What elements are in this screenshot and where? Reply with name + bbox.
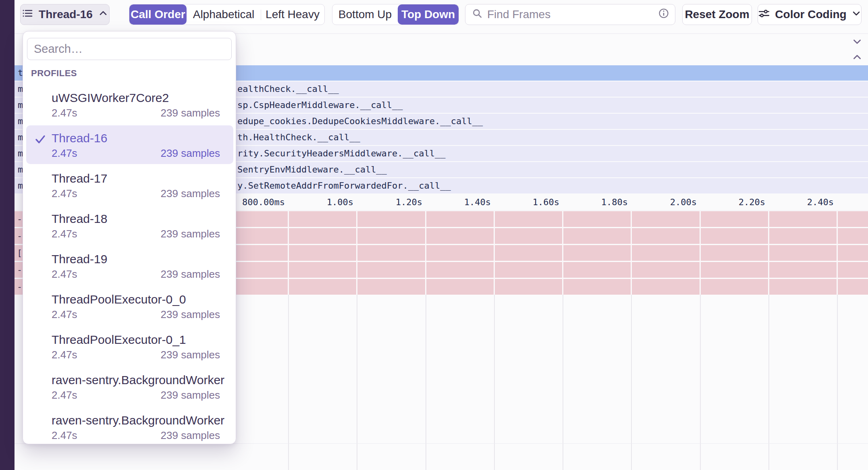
profile-stats: 2.47s239 samples [52, 228, 220, 240]
toolbar: Thread-16 Call OrderAlphabeticalLeft Hea… [15, 0, 868, 34]
reset-zoom-label: Reset Zoom [685, 8, 749, 21]
axis-tick-label: 1.60s [533, 194, 559, 210]
profile-duration: 2.47s [52, 389, 77, 401]
axis-tick-label: 800.00ms [242, 194, 285, 210]
profile-name: ThreadPoolExecutor-0_1 [52, 333, 221, 347]
profile-duration: 2.47s [52, 228, 77, 240]
axis-tick-label: 1.00s [327, 194, 353, 210]
profile-samples: 239 samples [161, 268, 220, 280]
search-icon [472, 8, 482, 21]
tab-alphabetical[interactable]: Alphabetical [187, 4, 261, 25]
time-gridline [288, 211, 289, 295]
profile-name: Thread-17 [52, 171, 221, 186]
profile-samples: 239 samples [161, 147, 220, 159]
profiles-section-label: PROFILES [31, 68, 77, 79]
tab-bottom-up[interactable]: Bottom Up [332, 4, 398, 25]
info-icon[interactable] [658, 8, 669, 22]
tab-label: Bottom Up [338, 8, 392, 21]
frame-text: y.SetRemoteAddrFromForwardedFor.__call__ [237, 178, 451, 193]
tab-label: Left Heavy [266, 8, 320, 21]
profile-duration: 2.47s [52, 107, 77, 119]
find-frames-box [465, 4, 675, 25]
profile-stats: 2.47s239 samples [52, 268, 220, 280]
profile-duration: 2.47s [52, 187, 77, 200]
frame-text-fragment: - [17, 262, 22, 278]
chevron-down-icon [851, 8, 861, 21]
list-icon [22, 8, 33, 22]
thread-selector-label: Thread-16 [39, 8, 93, 21]
profile-stats: 2.47s239 samples [52, 308, 220, 320]
frame-text-fragment: - [17, 211, 22, 227]
frame-text: sp.CspHeaderMiddleware.__call__ [237, 98, 403, 113]
frame-text: rity.SecurityHeadersMiddleware.__call__ [237, 146, 446, 161]
frame-text: ealthCheck.__call__ [237, 81, 339, 97]
profile-duration: 2.47s [52, 429, 77, 441]
frame-text: edupe_cookies.DedupeCookiesMiddleware.__… [237, 114, 483, 129]
profiler-app: t mealthCheck.__call__msp.CspHeaderMiddl… [0, 0, 868, 470]
time-gridline [837, 211, 838, 295]
color-coding-button[interactable]: Color Coding [758, 4, 862, 25]
profile-name: ThreadPoolExecutor-0_0 [52, 292, 221, 307]
profile-duration: 2.47s [52, 268, 77, 280]
direction-tabs: Bottom UpTop Down [332, 4, 459, 25]
axis-tick-label: 2.00s [670, 194, 697, 210]
profile-name: raven-sentry.BackgroundWorker [52, 413, 221, 428]
tab-label: Alphabetical [193, 8, 255, 21]
time-gridline [494, 211, 495, 295]
tab-top-down[interactable]: Top Down [398, 4, 459, 25]
frame-text: th.HealthCheck.__call__ [237, 130, 360, 145]
profile-duration: 2.47s [52, 308, 77, 320]
axis-tick-label: 1.40s [464, 194, 491, 210]
profile-samples: 239 samples [161, 228, 220, 240]
sliders-icon [758, 7, 770, 22]
profile-samples: 239 samples [161, 389, 220, 401]
frame-text-fragment: [ [17, 245, 22, 261]
profile-stats: 2.47s239 samples [52, 107, 220, 119]
profile-name: Thread-18 [52, 212, 221, 226]
time-gridline [562, 211, 563, 295]
reset-zoom-button[interactable]: Reset Zoom [682, 4, 752, 25]
tab-left-heavy[interactable]: Left Heavy [261, 4, 324, 25]
profile-duration: 2.47s [52, 147, 77, 159]
axis-tick-label: 1.80s [601, 194, 628, 210]
frame-text-fragment: - [17, 228, 22, 244]
frame-text: SentryEnvMiddleware.__call__ [237, 162, 387, 177]
profile-samples: 239 samples [161, 349, 220, 361]
profile-duration: 2.47s [52, 349, 77, 361]
profile-stats: 2.47s239 samples [52, 147, 220, 159]
chevron-up-icon[interactable] [852, 52, 862, 62]
tab-label: Top Down [401, 8, 455, 21]
profile-samples: 239 samples [161, 308, 220, 320]
time-gridline [700, 211, 701, 295]
tab-label: Call Order [131, 8, 185, 21]
time-gridline [356, 211, 357, 295]
time-gridline [425, 211, 426, 295]
profile-samples: 239 samples [161, 187, 220, 200]
time-gridline [631, 211, 632, 295]
tab-call-order[interactable]: Call Order [129, 4, 187, 25]
axis-tick-label: 2.20s [739, 194, 765, 210]
dropdown-search-input[interactable] [27, 38, 232, 60]
profile-stats: 2.47s239 samples [52, 429, 220, 441]
chevron-up-icon [98, 8, 108, 21]
thread-selector-button[interactable]: Thread-16 [20, 4, 110, 25]
left-sidebar-strip [0, 0, 15, 470]
profile-samples: 239 samples [161, 107, 220, 119]
axis-tick-label: 2.40s [807, 194, 834, 210]
profile-stats: 2.47s239 samples [52, 187, 220, 200]
frame-text-fragment: - [17, 279, 22, 295]
profile-stats: 2.47s239 samples [52, 389, 220, 401]
axis-tick-label: 1.20s [396, 194, 422, 210]
sort-order-tabs: Call OrderAlphabeticalLeft Heavy [129, 4, 325, 25]
profile-name: Thread-19 [52, 252, 221, 266]
profile-name: raven-sentry.BackgroundWorker [52, 373, 221, 387]
checkmark-icon [34, 133, 46, 145]
profile-name: uWSGIWorker7Core2 [52, 91, 221, 105]
chevron-down-icon[interactable] [852, 36, 862, 47]
profile-name: Thread-16 [52, 131, 221, 146]
find-frames-input[interactable] [486, 8, 641, 21]
color-coding-label: Color Coding [775, 8, 846, 21]
time-gridline [768, 211, 769, 295]
thread-dropdown-panel: PROFILES uWSGIWorker7Core22.47s239 sampl… [23, 31, 236, 444]
segment-divider [261, 10, 261, 20]
